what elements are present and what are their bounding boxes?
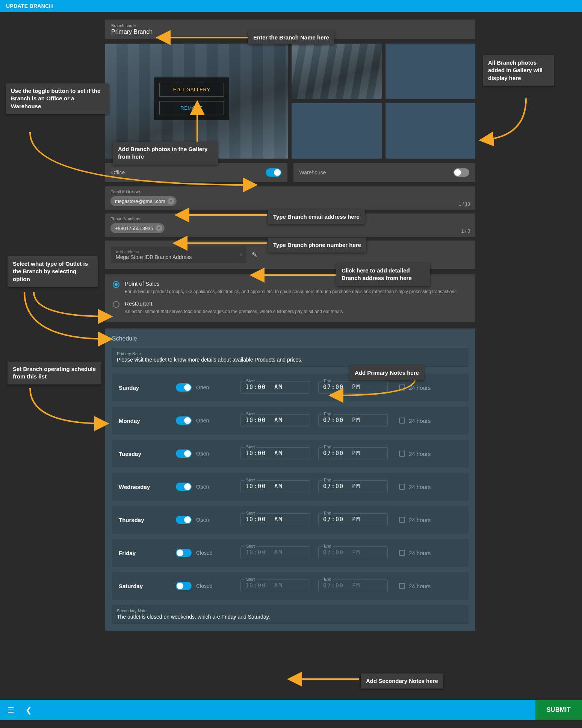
end-value: 07:00 PM (323, 582, 360, 589)
day-status: Closed (196, 550, 214, 556)
day-name: Sunday (119, 384, 168, 391)
all-day-label: 24 hours (409, 418, 431, 424)
end-time-field[interactable]: End07:00 PM (318, 546, 388, 559)
start-time-field[interactable]: Start10:00 AM (240, 580, 310, 592)
address-input[interactable]: Add address Mega Store IDB Branch Addres… (111, 247, 246, 263)
callout-branch-name: Enter the Branch Name here (248, 31, 334, 44)
end-value: 07:00 PM (323, 417, 360, 424)
gallery-overlay: EDIT GALLERY REMOVE (154, 77, 229, 120)
start-time-field[interactable]: Start10:00 AM (240, 381, 310, 394)
remove-email-icon[interactable]: ✕ (168, 198, 174, 204)
email-chip-text: megastore@gmail.com (115, 198, 165, 204)
start-time-field[interactable]: Start10:00 AM (240, 546, 310, 559)
all-day-checkbox-wrap[interactable]: 24 hours (399, 451, 431, 457)
schedule-day-row: TuesdayOpenStart10:00 AMEnd07:00 PM24 ho… (112, 440, 469, 468)
gallery-thumb-empty[interactable] (292, 103, 382, 159)
start-time-field[interactable]: Start10:00 AM (240, 447, 310, 460)
primary-note-field[interactable]: Primary Note Please visit the outlet to … (112, 348, 469, 367)
menu-icon[interactable]: ☰ (8, 705, 14, 714)
all-day-checkbox-wrap[interactable]: 24 hours (399, 384, 431, 391)
clear-address-icon[interactable]: × (239, 251, 243, 258)
start-label: Start (245, 544, 256, 548)
warehouse-toggle-card: Warehouse (293, 163, 476, 182)
phone-chip[interactable]: +8801755513935 ✕ (110, 223, 165, 233)
office-label: Office (111, 170, 125, 176)
checkbox-icon (399, 484, 405, 490)
email-field[interactable]: Email Addresses megastore@gmail.com ✕ 1 … (105, 186, 475, 210)
all-day-label: 24 hours (409, 384, 431, 391)
primary-note-value: Please visit the outlet to know more det… (117, 357, 464, 363)
end-label: End (322, 378, 333, 383)
day-open-toggle[interactable] (176, 450, 192, 458)
end-time-field[interactable]: End07:00 PM (318, 447, 388, 460)
all-day-checkbox-wrap[interactable]: 24 hours (399, 550, 431, 556)
checkbox-icon (399, 418, 405, 424)
gallery-thumb[interactable] (292, 44, 382, 99)
day-open-toggle[interactable] (176, 549, 192, 557)
checkbox-icon (399, 384, 405, 390)
day-open-toggle[interactable] (176, 582, 192, 590)
end-time-field[interactable]: End07:00 PM (318, 381, 388, 394)
address-value: Mega Store IDB Branch Address (116, 254, 242, 260)
all-day-checkbox-wrap[interactable]: 24 hours (399, 517, 431, 523)
end-time-field[interactable]: End07:00 PM (318, 513, 388, 526)
schedule-day-row: ThursdayOpenStart10:00 AMEnd07:00 PM24 h… (112, 506, 469, 534)
secondary-note-label: Secondary Note (117, 608, 464, 613)
callout-secondary-note: Add Secondary Notes here (361, 674, 443, 689)
checkbox-icon (399, 583, 405, 589)
gallery-thumb-empty[interactable] (385, 103, 476, 159)
end-time-field[interactable]: End07:00 PM (318, 480, 388, 493)
email-chip[interactable]: megastore@gmail.com ✕ (110, 196, 177, 206)
submit-button[interactable]: SUBMIT (535, 700, 582, 720)
edit-gallery-button[interactable]: EDIT GALLERY (159, 83, 224, 97)
end-label: End (322, 544, 333, 548)
day-status: Open (196, 418, 214, 424)
schedule-day-row: FridayClosedStart10:00 AMEnd07:00 PM24 h… (112, 539, 469, 567)
day-open-toggle[interactable] (176, 383, 192, 392)
end-label: End (322, 445, 333, 449)
all-day-checkbox-wrap[interactable]: 24 hours (399, 484, 431, 490)
outlet-pos-desc: For individual product groups, like appl… (125, 288, 457, 295)
all-day-label: 24 hours (409, 484, 431, 490)
secondary-note-value: The outlet is closed on weekends, which … (117, 614, 464, 620)
all-day-label: 24 hours (409, 583, 431, 589)
start-time-field[interactable]: Start10:00 AM (240, 480, 310, 493)
all-day-checkbox-wrap[interactable]: 24 hours (399, 583, 431, 589)
day-open-toggle[interactable] (176, 483, 192, 491)
day-open-toggle[interactable] (176, 416, 192, 425)
start-time-field[interactable]: Start10:00 AM (240, 513, 310, 526)
address-hint: Add address (116, 250, 242, 254)
start-value: 10:00 AM (245, 549, 283, 556)
day-name: Saturday (119, 583, 168, 589)
day-status: Closed (196, 583, 214, 589)
start-label: Start (245, 478, 256, 482)
start-value: 10:00 AM (245, 483, 283, 490)
start-label: Start (245, 412, 256, 416)
start-time-field[interactable]: Start10:00 AM (240, 414, 310, 427)
day-name: Tuesday (119, 451, 168, 457)
day-name: Friday (119, 550, 168, 556)
warehouse-toggle[interactable] (454, 168, 469, 177)
remove-gallery-button[interactable]: REMOVE (159, 101, 224, 115)
back-icon[interactable]: ❮ (26, 705, 32, 714)
day-open-toggle[interactable] (176, 516, 192, 524)
schedule-day-row: SaturdayClosedStart10:00 AMEnd07:00 PM24… (112, 572, 469, 600)
end-time-field[interactable]: End07:00 PM (318, 414, 388, 427)
callout-photos-display: All Branch photos added in Gallery will … (483, 55, 554, 86)
primary-note-label: Primary Note (117, 351, 464, 356)
office-toggle[interactable] (266, 168, 281, 177)
end-time-field[interactable]: End07:00 PM (318, 580, 388, 592)
edit-address-icon[interactable]: ✎ (252, 251, 257, 259)
remove-phone-icon[interactable]: ✕ (156, 225, 162, 232)
end-label: End (322, 577, 333, 581)
end-value: 07:00 PM (323, 516, 360, 523)
start-label: Start (245, 511, 256, 515)
schedule-day-row: MondayOpenStart10:00 AMEnd07:00 PM24 hou… (112, 407, 469, 434)
phone-counter: 1 / 3 (461, 229, 470, 234)
day-status: Open (196, 384, 214, 390)
secondary-note-field[interactable]: Secondary Note The outlet is closed on w… (112, 605, 469, 624)
gallery-thumb-empty[interactable] (385, 44, 476, 99)
outlet-type-restaurant[interactable]: Restaurant An establishment that serves … (113, 300, 468, 315)
all-day-checkbox-wrap[interactable]: 24 hours (399, 418, 431, 424)
schedule-day-row: WednesdayOpenStart10:00 AMEnd07:00 PM24 … (112, 473, 469, 501)
